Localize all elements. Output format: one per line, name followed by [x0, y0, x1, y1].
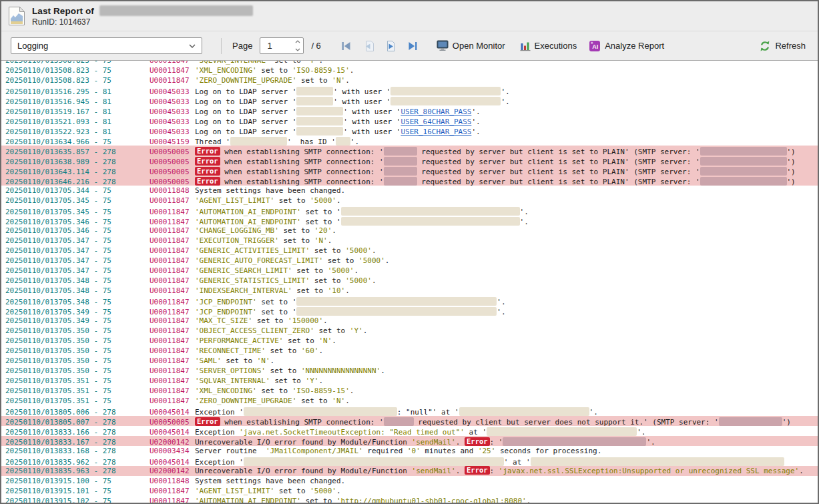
log-text: 'N': [318, 336, 332, 345]
next-page-button[interactable]: [382, 39, 398, 53]
go-first-page-icon: [340, 40, 353, 52]
log-text: 'GENERIC_STATISTICS_LIMIT': [195, 276, 310, 285]
log-link[interactable]: USER_16CHAR_PASS: [400, 128, 471, 136]
page-spin-up-button[interactable]: [292, 38, 303, 46]
log-row: 20250110/013522.923 - 81U00045033Log on …: [1, 125, 818, 136]
log-message-id: U00011847: [150, 266, 195, 276]
log-message-id: U00011847: [150, 326, 195, 336]
log-timestamp: 20250110/013705.348 - 75: [5, 286, 150, 296]
previous-page-button[interactable]: [360, 39, 376, 53]
log-row: 20250110/013705.351 - 75U00011847'SQLVAR…: [1, 376, 818, 386]
log-viewport[interactable]: 20250110/013508.823 - 75U00011847'SQLVAR…: [1, 61, 818, 503]
go-first-page-button[interactable]: [338, 39, 354, 53]
log-text: '.: [497, 308, 505, 316]
log-timestamp: 20250110/013705.345 - 75: [5, 196, 150, 206]
log-text: 'ZERO_DOWNTIME_UPGRADE': [195, 76, 296, 85]
log-text: requested by server but client is set to…: [417, 178, 700, 186]
log-message-id: U00011848: [150, 186, 195, 196]
log-row: 20250110/013835.962 - 278U00045014Except…: [1, 456, 818, 466]
log-timestamp: 20250110/013705.351 - 75: [5, 396, 150, 406]
redaction-box: [700, 167, 787, 176]
error-badge: Error: [195, 417, 220, 426]
log-text: set to: [292, 286, 328, 295]
log-text: 'RECONNECT_TIME': [195, 346, 266, 355]
log-row: 20250110/013508.823 - 75U00011847'SQLVAR…: [1, 61, 818, 65]
executions-button[interactable]: Executions: [520, 41, 577, 51]
error-badge: Error: [465, 437, 490, 446]
log-row: 20250110/013643.114 - 278U00050005Error …: [1, 166, 818, 176]
svg-text:AI: AI: [593, 43, 599, 50]
log-text: set to: [323, 256, 358, 265]
refresh-button[interactable]: Refresh: [759, 40, 806, 52]
log-row: 20250110/013705.350 - 75U00011847'SAML' …: [1, 356, 818, 366]
refresh-arrows-icon: [759, 40, 771, 52]
log-row: 20250110/013705.346 - 75U00011847'AUTOMA…: [1, 216, 818, 226]
log-message-id: U00011847: [150, 196, 195, 206]
log-text: '.: [471, 128, 480, 136]
log-timestamp: 20250110/013705.349 - 75: [5, 316, 150, 326]
redaction-box: [384, 147, 417, 156]
log-row: 20250110/013508.823 - 75U00011847'XML_EN…: [1, 65, 818, 75]
log-text: 'N': [332, 397, 345, 405]
log-text: set to: [274, 487, 310, 495]
report-type-select[interactable]: Logging: [11, 37, 202, 54]
log-text: 'N': [332, 76, 345, 85]
log-row: 20250110/013833.168 - 278U00003434Server…: [1, 446, 818, 456]
log-text: minutes and: [421, 447, 478, 455]
redaction-box: [700, 177, 787, 186]
error-badge: Error: [195, 177, 220, 186]
log-text: 'N': [314, 236, 328, 245]
analyze-report-button[interactable]: AI Analyze Report: [589, 40, 664, 52]
log-message-id: U00011847: [150, 386, 195, 396]
executions-label: Executions: [535, 41, 577, 51]
redaction-box: [230, 137, 287, 146]
log-row: 20250110/013705.350 - 75U00011847'SERVER…: [1, 366, 818, 376]
header: Last Report of RunID: 1014637: [1, 1, 818, 31]
log-text: set to: [279, 236, 314, 245]
log-text: '150000': [288, 316, 323, 325]
log-row: 20250110/013516.945 - 81U00045033Log on …: [1, 95, 818, 105]
log-text: '5000': [310, 196, 336, 205]
log-text: 'GENERIC_AUTO_FORECAST_LIMIT': [195, 256, 323, 265]
log-text: 'XML_ENCODING': [195, 387, 257, 395]
log-text: set to: [283, 336, 318, 345]
log-text: 'AGENT_LIST_LIMIT': [195, 487, 274, 495]
redaction-box: [296, 307, 497, 316]
go-last-page-button[interactable]: [404, 39, 421, 53]
report-window: Last Report of RunID: 1014637 Logging Pa…: [0, 0, 819, 504]
redaction-box: [700, 147, 787, 156]
log-row: 20250110/013705.351 - 75U00011847'ZERO_D…: [1, 396, 818, 406]
analyze-report-label: Analyze Report: [605, 41, 664, 51]
log-text: .: [345, 76, 350, 85]
redaction-box: [384, 157, 417, 166]
log-message-id: U02000142: [150, 466, 195, 476]
page-input[interactable]: 1: [260, 37, 304, 54]
refresh-label: Refresh: [775, 41, 806, 51]
redaction-box: [384, 167, 417, 176]
page-spin-down-button[interactable]: [292, 46, 303, 54]
log-row: 20250110/013835.963 - 278U02000142Unreco…: [1, 466, 818, 476]
log-timestamp: 20250110/013705.347 - 75: [5, 266, 150, 276]
log-timestamp: 20250110/013705.348 - 75: [5, 276, 150, 286]
log-message-id: U00011847: [150, 65, 195, 75]
log-text: Unrecoverable I/O error found by Module/…: [195, 467, 412, 475]
log-row: 20250110/013646.216 - 278U00050005Error …: [1, 176, 818, 186]
log-text: '): [787, 178, 796, 186]
log-message-id: U00011847: [150, 256, 195, 266]
redaction-box: [296, 297, 497, 306]
log-text: '): [782, 418, 791, 427]
log-row: 20250110/013635.857 - 278U00050005Error …: [1, 146, 818, 156]
log-text: set to: [266, 366, 301, 375]
chevron-down-icon: [189, 44, 196, 48]
log-message-id: U00011847: [150, 276, 195, 286]
log-text: 'AGENT_LIST_LIMIT': [195, 196, 274, 205]
open-monitor-button[interactable]: Open Monitor: [437, 40, 505, 51]
error-badge: Error: [195, 157, 220, 166]
log-text: 'MAX_TC_SIZE': [195, 316, 252, 325]
redaction-box: [341, 217, 520, 226]
log-text: .: [318, 346, 323, 355]
bar-chart-icon: [520, 41, 531, 51]
log-row: 20250110/013915.102 - 75U00011847'AUTOMA…: [1, 496, 818, 503]
log-message-id: U00011847: [150, 286, 195, 296]
log-timestamp: 20250110/013705.347 - 75: [5, 256, 150, 266]
